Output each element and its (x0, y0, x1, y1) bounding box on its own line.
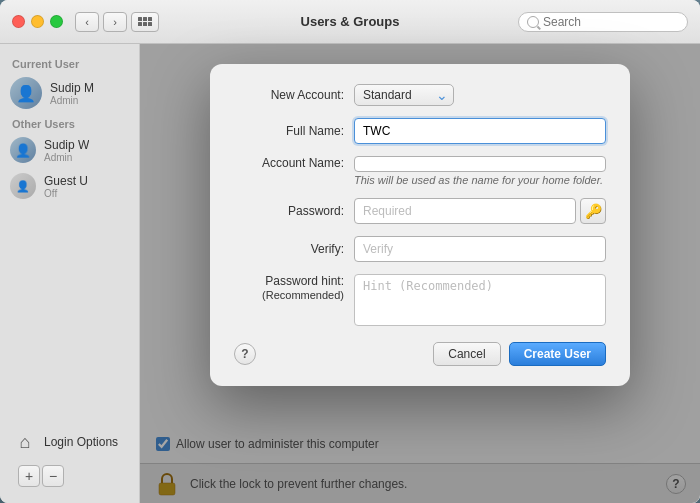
search-bar[interactable] (518, 12, 688, 32)
create-user-button[interactable]: Create User (509, 342, 606, 366)
password-input-group: 🔑 (354, 198, 606, 224)
cancel-button[interactable]: Cancel (433, 342, 500, 366)
password-row: Password: 🔑 (234, 198, 606, 224)
create-user-modal: New Account: Standard ⌄ Full Name: (210, 64, 630, 386)
sidebar-actions: + − (10, 459, 129, 495)
verify-input[interactable] (354, 236, 606, 262)
close-button[interactable] (12, 15, 25, 28)
nav-buttons: ‹ › (75, 12, 127, 32)
back-button[interactable]: ‹ (75, 12, 99, 32)
list-item[interactable]: 👤 Sudip W Admin (0, 132, 139, 168)
user-name: Sudip W (44, 138, 89, 152)
user-role: Admin (44, 152, 89, 163)
key-button[interactable]: 🔑 (580, 198, 606, 224)
modal-footer: ? Cancel Create User (234, 342, 606, 366)
full-name-input[interactable] (354, 118, 606, 144)
verify-row: Verify: (234, 236, 606, 262)
house-icon: ⌂ (12, 429, 38, 455)
traffic-lights (12, 15, 63, 28)
grid-icon (138, 17, 152, 26)
account-name-input[interactable] (354, 156, 606, 172)
hint-textarea[interactable] (354, 274, 606, 326)
new-account-select-wrapper: Standard ⌄ (354, 84, 454, 106)
account-name-label: Account Name: (234, 156, 354, 170)
modal-overlay: New Account: Standard ⌄ Full Name: (140, 44, 700, 503)
main-content: New Account: Standard ⌄ Full Name: (140, 44, 700, 503)
full-name-row: Full Name: (234, 118, 606, 144)
login-options-item[interactable]: ⌂ Login Options (10, 425, 129, 459)
footer-buttons: Cancel Create User (433, 342, 606, 366)
window-title: Users & Groups (301, 14, 400, 29)
current-user-item[interactable]: 👤 Sudip M Admin (0, 72, 139, 114)
main-window: ‹ › Users & Groups Current User 👤 Sud (0, 0, 700, 503)
avatar: 👤 (10, 137, 36, 163)
add-user-button[interactable]: + (18, 465, 40, 487)
title-bar: ‹ › Users & Groups (0, 0, 700, 44)
sidebar-bottom: ⌂ Login Options + − (0, 417, 139, 503)
new-account-label: New Account: (234, 88, 354, 102)
search-input[interactable] (543, 15, 679, 29)
help-button[interactable]: ? (234, 343, 256, 365)
other-users-label: Other Users (0, 114, 139, 132)
current-user-info: Sudip M Admin (50, 81, 94, 106)
account-name-row: Account Name: This will be used as the n… (234, 156, 606, 186)
login-options-label: Login Options (44, 435, 118, 449)
user-name: Guest U (44, 174, 88, 188)
password-input[interactable] (354, 198, 576, 224)
user-info: Sudip W Admin (44, 138, 89, 163)
avatar: 👤 (10, 77, 42, 109)
forward-button[interactable]: › (103, 12, 127, 32)
grid-view-button[interactable] (131, 12, 159, 32)
full-name-label: Full Name: (234, 124, 354, 138)
new-account-select[interactable]: Standard (354, 84, 454, 106)
current-user-label: Current User (0, 54, 139, 72)
new-account-row: New Account: Standard ⌄ (234, 84, 606, 106)
password-label: Password: (234, 204, 354, 218)
minimize-button[interactable] (31, 15, 44, 28)
current-user-name: Sudip M (50, 81, 94, 95)
remove-user-button[interactable]: − (42, 465, 64, 487)
hint-row: Password hint: (Recommended) (234, 274, 606, 326)
account-name-hint: This will be used as the name for your h… (354, 174, 606, 186)
hint-label: Password hint: (234, 274, 354, 288)
hint-sublabel: (Recommended) (234, 288, 354, 302)
search-icon (527, 16, 539, 28)
verify-label: Verify: (234, 242, 354, 256)
user-info: Guest U Off (44, 174, 88, 199)
account-name-group: This will be used as the name for your h… (354, 156, 606, 186)
sidebar: Current User 👤 Sudip M Admin Other Users… (0, 44, 140, 503)
window-body: Current User 👤 Sudip M Admin Other Users… (0, 44, 700, 503)
current-user-role: Admin (50, 95, 94, 106)
avatar: 👤 (10, 173, 36, 199)
user-role: Off (44, 188, 88, 199)
maximize-button[interactable] (50, 15, 63, 28)
list-item[interactable]: 👤 Guest U Off (0, 168, 139, 204)
